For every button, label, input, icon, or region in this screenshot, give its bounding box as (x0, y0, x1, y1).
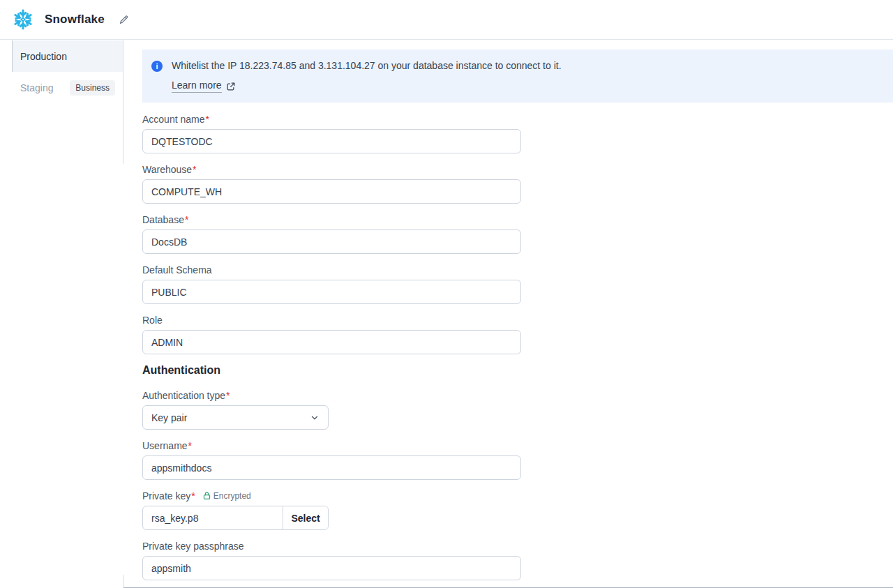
lock-icon (202, 491, 211, 500)
sidebar-item-production[interactable]: Production (12, 40, 123, 72)
required-marker: * (206, 114, 209, 125)
field-database: Database* (142, 213, 521, 254)
field-label: Account name* (142, 113, 521, 125)
field-username: Username* (142, 439, 521, 480)
edit-name-button[interactable] (117, 13, 131, 27)
banner-body: Whitelist the IP 18.223.74.85 and 3.131.… (172, 60, 562, 93)
required-marker: * (185, 214, 188, 225)
learn-more-label: Learn more (172, 80, 222, 93)
environment-sidebar: Production Staging Business (0, 40, 123, 588)
private-key-file-picker: rsa_key.p8 Select (142, 506, 329, 530)
learn-more-link[interactable]: Learn more (172, 80, 236, 93)
encrypted-label: Encrypted (213, 491, 251, 501)
environment-label: Production (20, 51, 67, 62)
pencil-icon (119, 15, 129, 25)
main-content: i Whitelist the IP 18.223.74.85 and 3.13… (123, 40, 893, 588)
external-link-icon (226, 82, 236, 91)
required-marker: * (191, 490, 195, 502)
field-account-name: Account name* (142, 113, 521, 153)
private-key-passphrase-input[interactable] (142, 556, 521, 580)
field-private-key-passphrase: Private key passphrase (142, 540, 521, 580)
username-input[interactable] (142, 455, 521, 480)
banner-message: Whitelist the IP 18.223.74.85 and 3.131.… (172, 60, 562, 72)
datasource-form: Account name* Warehouse* Database* (142, 103, 521, 580)
authentication-type-select[interactable]: Key pair (142, 405, 329, 430)
field-private-key: Private key* Encrypted rsa_key.p8 Select (142, 490, 521, 530)
header: Snowflake (0, 0, 893, 40)
body: Production Staging Business i Whitelist … (0, 40, 893, 588)
datasource-title: Snowflake (45, 13, 105, 27)
required-marker: * (188, 440, 192, 451)
account-name-input[interactable] (142, 129, 521, 153)
field-label: Database* (142, 213, 521, 225)
field-label: Authentication type* (142, 389, 521, 401)
environment-label: Staging (20, 82, 53, 93)
selected-file-name: rsa_key.p8 (143, 506, 283, 529)
field-default-schema: Default Schema (142, 264, 521, 304)
bottom-bar-divider (123, 575, 124, 587)
field-label: Role (142, 314, 521, 326)
selected-option: Key pair (151, 412, 187, 423)
role-input[interactable] (142, 330, 521, 354)
whitelist-info-banner: i Whitelist the IP 18.223.74.85 and 3.13… (142, 50, 893, 103)
field-label: Username* (142, 439, 521, 451)
field-warehouse: Warehouse* (142, 163, 521, 204)
authentication-section-heading: Authentication (142, 364, 521, 377)
field-authentication-type: Authentication type* Key pair (142, 389, 521, 430)
field-label: Private key passphrase (142, 540, 521, 552)
business-plan-badge: Business (70, 80, 115, 96)
required-marker: * (226, 390, 230, 401)
field-label: Private key* Encrypted (142, 490, 521, 502)
field-label: Default Schema (142, 264, 521, 276)
chevron-down-icon (310, 413, 320, 423)
sidebar-item-staging[interactable]: Staging Business (12, 72, 123, 103)
field-role: Role (142, 314, 521, 354)
datasource-editor-page: Snowflake Production Staging Business (0, 0, 893, 588)
field-label: Warehouse* (142, 163, 521, 175)
required-marker: * (193, 164, 196, 175)
select-file-button[interactable]: Select (283, 506, 328, 529)
encrypted-badge: Encrypted (202, 491, 251, 501)
info-icon: i (151, 61, 163, 72)
warehouse-input[interactable] (142, 179, 521, 204)
default-schema-input[interactable] (142, 280, 521, 304)
snowflake-logo-icon (11, 8, 35, 31)
database-input[interactable] (142, 229, 521, 254)
